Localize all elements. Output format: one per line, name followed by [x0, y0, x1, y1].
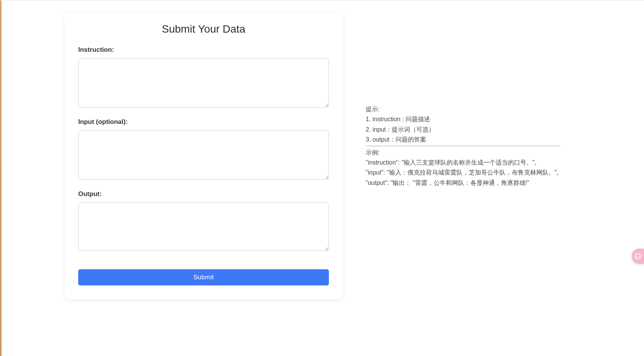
hints-divider — [366, 146, 560, 146]
output-field-group: Output: — [78, 190, 329, 252]
input-textarea[interactable] — [78, 130, 329, 180]
output-label: Output: — [78, 190, 329, 198]
form-title: Submit Your Data — [78, 23, 329, 35]
instruction-label: Instruction: — [78, 46, 329, 54]
hints-line2: 2. input：提示词（可选） — [366, 125, 560, 135]
submit-button[interactable]: Submit — [78, 269, 329, 285]
hints-panel: 提示: 1. instruction : 问题描述 2. input：提示词（可… — [366, 12, 560, 188]
hints-heading: 提示: — [366, 104, 560, 114]
instruction-textarea[interactable] — [78, 58, 329, 107]
hints-line1: 1. instruction : 问题描述 — [366, 114, 560, 124]
example-input: "input": "输入：俄克拉荷马城雷霆队，芝加哥公牛队，布鲁克林网队。", — [366, 168, 560, 178]
input-field-group: Input (optional): — [78, 118, 329, 181]
example-output: "output": "输出： "雷霆，公牛和网队：各显神通，角逐群雄!" — [366, 178, 560, 188]
main-container: Submit Your Data Instruction: Input (opt… — [0, 0, 644, 299]
hints-line3: 3. output：问题的答案 — [366, 135, 560, 145]
left-edge-decoration — [0, 0, 2, 356]
top-edge-line — [0, 0, 644, 0]
instruction-field-group: Instruction: — [78, 46, 329, 109]
output-textarea[interactable] — [78, 203, 329, 251]
example-instruction: "instruction": "输入三支篮球队的名称并生成一个适当的口号。", — [366, 158, 560, 168]
example-heading: 示例: — [366, 148, 560, 158]
form-card: Submit Your Data Instruction: Input (opt… — [64, 12, 343, 299]
floating-help-widget[interactable]: ? — [632, 249, 644, 264]
help-icon: ? — [634, 253, 641, 260]
input-label: Input (optional): — [78, 118, 329, 126]
